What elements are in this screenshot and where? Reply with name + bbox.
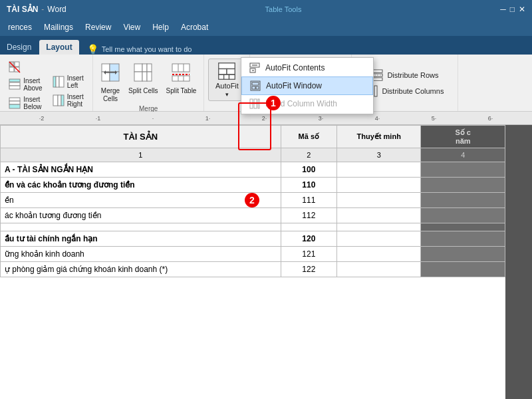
kinh-doanh-text: ững khoản kinh doanh: [5, 249, 84, 259]
merge-cells-btn[interactable]: MergeCells: [97, 57, 124, 105]
row-kinh-doanh-thuyet-minh: [336, 247, 420, 262]
table-body: A - TÀI SẢN NGẮN HẠN 100 ền và các khoản…: [1, 162, 505, 277]
svg-rect-2: [9, 67, 14, 72]
svg-rect-66: [256, 86, 259, 89]
row-dau-tu-ma-so: 120: [281, 231, 336, 247]
svg-rect-43: [229, 74, 235, 79]
sub-header-4: 4: [421, 148, 505, 162]
autofit-contents-item[interactable]: AutoFit Contents: [241, 59, 373, 76]
ribbon-tabs: Design Layout: [0, 40, 80, 55]
row-tien-ma-so: 110: [281, 178, 336, 193]
split-cells-icon-area: [134, 59, 152, 86]
merge-cells-icon-area: [101, 59, 120, 86]
table-row: ự phòng giảm giá chứng khoán kinh doanh …: [1, 262, 505, 277]
title-bar: TÀI SẢN - Word Table Tools ─ □ ✕: [0, 0, 532, 19]
insert-above-btn[interactable]: Insert Above: [5, 76, 46, 93]
menu-item-references[interactable]: rences: [3, 21, 37, 34]
row-tien2-label: ền: [1, 193, 281, 208]
autofit-dropdown: AutoFit Contents AutoFit Window Fixed Co…: [241, 57, 374, 114]
distribute-rows-btn[interactable]: Distribute Rows: [367, 67, 442, 83]
row-tuong-duong-ma-so: 112: [281, 208, 336, 223]
insert-left-right-area: Insert Left Insert Right: [49, 57, 88, 109]
menu-item-help[interactable]: Help: [147, 21, 174, 34]
maximize-btn[interactable]: □: [510, 5, 515, 14]
svg-rect-13: [59, 76, 64, 87]
ma-so-text: Mã số: [299, 132, 319, 140]
ruler-mark-8: 5·: [432, 115, 437, 122]
ruler-mark-2: ·1: [96, 115, 101, 122]
insert-below-btn[interactable]: Insert Below: [5, 94, 46, 112]
svg-rect-10: [9, 104, 20, 108]
tab-design[interactable]: Design: [0, 40, 38, 55]
svg-rect-1: [15, 62, 19, 66]
svg-rect-26: [147, 64, 152, 72]
distribute-columns-label: Distribute Columns: [382, 87, 444, 95]
tien-text: ền và các khoản tương đương tiền: [5, 180, 135, 190]
table-row: ác khoản tương đương tiền 112: [1, 208, 505, 223]
menu-item-view[interactable]: View: [118, 21, 146, 34]
split-table-btn[interactable]: Split Table: [162, 57, 200, 97]
row-tien2-so-c: [421, 193, 505, 208]
row-dau-tu-so-c: [421, 231, 505, 247]
row-a-so-c: [421, 162, 505, 178]
row-tuong-duong-so-c: [421, 208, 505, 223]
svg-rect-30: [172, 64, 190, 72]
sub-header-3: 3: [336, 148, 420, 162]
row-tuong-duong-label: ác khoản tương đương tiền: [1, 208, 281, 223]
svg-rect-29: [147, 72, 152, 81]
title-app-name: TÀI SẢN: [7, 5, 38, 14]
tuong-duong-text: ác khoản tương đương tiền: [5, 211, 101, 220]
svg-rect-28: [142, 72, 147, 81]
row-dau-tu-thuyet-minh: [336, 231, 420, 247]
insert-right-btn[interactable]: Insert Right: [49, 92, 88, 109]
split-cells-btn[interactable]: Split Cells: [125, 57, 161, 97]
table-row: [1, 223, 505, 231]
tab-layout[interactable]: Layout: [39, 40, 78, 55]
thuyet-minh-text: Thuyết minh: [357, 132, 401, 140]
autofit-label: AutoFit: [215, 82, 239, 90]
annotation-number-2: 2: [245, 193, 259, 207]
svg-rect-42: [224, 74, 229, 79]
svg-rect-6: [9, 86, 20, 89]
table-row: ền và các khoản tương đương tiền 110: [1, 178, 505, 193]
menu-item-mailings[interactable]: Mailings: [39, 21, 78, 34]
autofit-arrow-icon: ▾: [225, 91, 229, 98]
ruler-mark-7: 4·: [375, 115, 380, 122]
window-controls[interactable]: ─ □ ✕: [500, 5, 525, 14]
insert-above-icon: [9, 78, 21, 90]
row-tien-so-c: [421, 178, 505, 193]
row-tien2-ma-so: 111: [281, 193, 336, 208]
fixed-column-width-item[interactable]: Fixed Column Width: [241, 95, 373, 112]
minimize-btn[interactable]: ─: [500, 5, 506, 14]
row-kinh-doanh-so-c: [421, 247, 505, 262]
svg-rect-38: [219, 69, 227, 75]
row-du-phong-label: ự phòng giảm giá chứng khoán kinh doanh …: [1, 262, 281, 277]
merge-cells-label: MergeCells: [101, 87, 120, 103]
close-btn[interactable]: ✕: [519, 5, 525, 14]
ruler-mark-1: ·2: [39, 115, 45, 122]
table-row: ững khoản kinh doanh 121: [1, 247, 505, 262]
merge-cells-icon: [101, 63, 120, 82]
autofit-window-label: AutoFit Window: [266, 81, 322, 90]
title-word: Word: [47, 5, 66, 14]
svg-rect-16: [61, 95, 64, 106]
doc-area: ·2 ·1 · 1· 2· 3· 4· 5· 6· TÀI SẢN: [0, 112, 532, 399]
distribute-columns-btn[interactable]: Distribute Columns: [362, 83, 448, 99]
title-separator: -: [41, 5, 44, 14]
svg-rect-65: [252, 86, 255, 89]
row-kinh-doanh-ma-so: 121: [281, 247, 336, 262]
delete-btn[interactable]: [5, 60, 46, 74]
header-col-thuyet-minh: Thuyết minh: [336, 126, 420, 148]
ruler-mark-9: 6·: [488, 115, 493, 122]
insert-left-btn[interactable]: Insert Left: [49, 73, 88, 90]
svg-rect-12: [56, 76, 59, 87]
split-table-icon-area: [172, 59, 190, 86]
row-empty-4: [421, 223, 505, 231]
split-table-label: Split Table: [166, 87, 196, 95]
right-dark-panel: [505, 125, 532, 399]
menu-item-review[interactable]: Review: [80, 21, 116, 34]
distribute-rows-label: Distribute Rows: [387, 71, 438, 79]
autofit-window-item[interactable]: AutoFit Window: [241, 76, 373, 95]
fixed-column-icon: [249, 98, 260, 109]
menu-item-acrobat[interactable]: Acrobat: [176, 21, 213, 34]
